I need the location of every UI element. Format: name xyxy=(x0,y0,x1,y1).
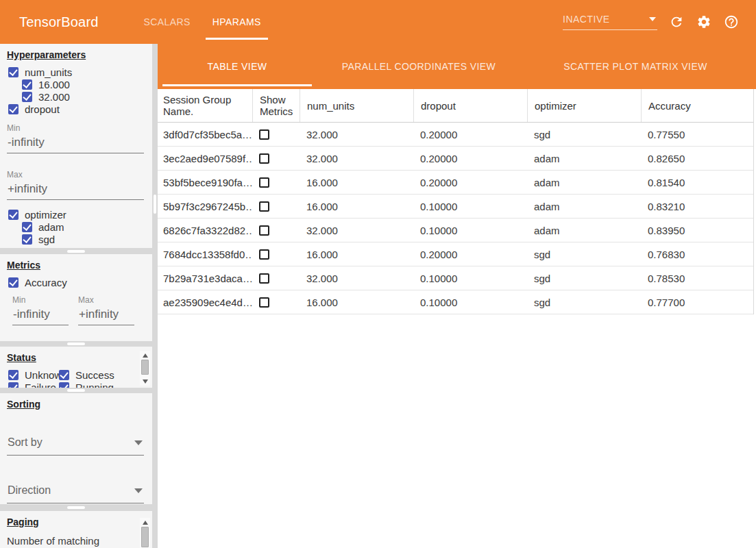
show-metrics-cell xyxy=(252,129,300,140)
dropout-checkbox[interactable] xyxy=(8,104,19,114)
panel-divider xyxy=(0,341,152,347)
value-16-checkbox[interactable] xyxy=(22,79,32,90)
table-row: 6826c7fa3322d82…32.0000.10000adam0.83950 xyxy=(158,219,753,242)
show-metrics-checkbox[interactable] xyxy=(259,153,269,164)
arrow-up-icon xyxy=(143,521,148,525)
show-metrics-cell xyxy=(252,177,300,188)
help-icon xyxy=(724,14,739,29)
status-item-failure: Failure xyxy=(0,381,59,388)
running-checkbox[interactable] xyxy=(59,382,69,388)
tab-scatter-plot-matrix-view[interactable]: SCATTER PLOT MATRIX VIEW xyxy=(526,44,745,89)
direction-select[interactable]: Direction xyxy=(7,482,144,503)
session-group-name-cell: 7684dcc13358fd0… xyxy=(158,249,252,260)
min-input[interactable]: -infinity xyxy=(7,133,144,153)
success-label: Success xyxy=(75,369,114,381)
optimizer-label: optimizer xyxy=(25,209,66,221)
adam-label: adam xyxy=(38,221,64,233)
paging-card: Paging Number of matching session groups… xyxy=(0,511,152,548)
table-row: 7b29a731e3daca…32.0000.10000sgd0.78530 xyxy=(158,266,753,290)
sgd-label: sgd xyxy=(38,234,55,245)
accuracy-checkbox[interactable] xyxy=(8,277,19,288)
resize-handle[interactable] xyxy=(67,389,85,392)
sgd-checkbox[interactable] xyxy=(22,234,32,245)
resize-handle[interactable] xyxy=(67,342,85,345)
status-scrollbar[interactable] xyxy=(140,351,150,386)
show-metrics-checkbox[interactable] xyxy=(259,177,269,188)
num-units-cell: 32.000 xyxy=(300,129,413,140)
show-metrics-cell xyxy=(252,249,300,260)
show-metrics-checkbox[interactable] xyxy=(259,129,269,140)
scroll-up-button[interactable] xyxy=(140,351,150,360)
show-metrics-checkbox[interactable] xyxy=(259,225,269,236)
top-app-bar: TensorBoard SCALARS HPARAMS INACTIVE xyxy=(0,0,756,44)
status-item-success: Success xyxy=(59,369,137,381)
optimizer-checkbox[interactable] xyxy=(8,210,19,220)
value-16-label: 16.000 xyxy=(38,79,70,90)
num-units-cell: 16.000 xyxy=(300,249,413,260)
paging-title: Paging xyxy=(0,516,152,527)
sorting-title: Sorting xyxy=(0,399,152,410)
tab-table-view[interactable]: TABLE VIEW xyxy=(162,44,312,89)
dropout-cell: 0.20000 xyxy=(413,129,527,140)
run-status-select[interactable]: INACTIVE xyxy=(563,14,657,30)
panel-divider xyxy=(0,388,152,393)
tab-hparams[interactable]: HPARAMS xyxy=(202,0,272,44)
resize-handle[interactable] xyxy=(67,506,85,509)
refresh-button[interactable] xyxy=(668,14,685,30)
show-metrics-checkbox[interactable] xyxy=(259,201,269,212)
show-metrics-cell xyxy=(252,225,300,236)
max-label: Max xyxy=(78,295,134,305)
accuracy-min-input[interactable]: -infinity xyxy=(12,305,69,325)
tab-table-view-label: TABLE VIEW xyxy=(208,61,267,72)
resize-handle[interactable] xyxy=(154,195,156,214)
metrics-card: Metrics Accuracy Min -infinity Max +infi… xyxy=(0,254,152,341)
show-metrics-checkbox[interactable] xyxy=(259,249,269,260)
optimizer-cell: adam xyxy=(527,201,641,212)
table-row: 3ec2aed9e07589f…32.0000.20000adam0.82650 xyxy=(158,147,753,171)
optimizer-cell: sgd xyxy=(527,249,641,260)
column-session-group-name: Session Group Name. xyxy=(158,89,252,122)
failure-checkbox[interactable] xyxy=(8,382,19,388)
table-row: 3df0d7cf35bec5a…32.0000.20000sgd0.77550 xyxy=(158,123,753,147)
value-32-checkbox[interactable] xyxy=(22,92,32,102)
paging-scrollbar[interactable] xyxy=(140,518,150,548)
unknown-checkbox[interactable] xyxy=(8,370,19,380)
sort-by-select[interactable]: Sort by xyxy=(7,434,144,456)
run-status-value: INACTIVE xyxy=(563,14,610,25)
tab-scatter-plot-matrix-view-label: SCATTER PLOT MATRIX VIEW xyxy=(563,61,707,72)
num-units-checkbox[interactable] xyxy=(8,67,19,77)
resize-handle[interactable] xyxy=(67,250,85,253)
status-card: Status Unknown Success Failure Running xyxy=(0,347,152,388)
settings-button[interactable] xyxy=(696,14,712,30)
success-checkbox[interactable] xyxy=(59,370,69,380)
accuracy-max-input[interactable]: +infinity xyxy=(78,305,134,325)
sidebar: Hyperparameters num_units 16.000 32.000 … xyxy=(0,44,152,548)
show-metrics-checkbox[interactable] xyxy=(259,273,269,284)
dropout-cell: 0.10000 xyxy=(413,273,527,284)
adam-checkbox[interactable] xyxy=(22,222,32,232)
tab-scalars[interactable]: SCALARS xyxy=(133,0,202,44)
max-input[interactable]: +infinity xyxy=(7,179,144,200)
scrollbar-thumb[interactable] xyxy=(141,527,149,547)
column-num-units: num_units xyxy=(300,89,413,122)
optimizer-cell: adam xyxy=(527,177,641,188)
session-group-name-cell: 3ec2aed9e07589f… xyxy=(158,153,252,164)
help-button[interactable] xyxy=(723,14,740,30)
status-item-running: Running xyxy=(59,381,137,388)
tab-parallel-coordinates-view[interactable]: PARALLEL COORDINATES VIEW xyxy=(312,44,526,89)
table-row: 5b97f3c2967245b…16.0000.10000adam0.83210 xyxy=(158,195,753,219)
panel-divider xyxy=(0,504,152,511)
hparam-item-sgd: sgd xyxy=(0,233,152,245)
optimizer-cell: sgd xyxy=(527,129,641,140)
num-units-cell: 16.000 xyxy=(300,297,413,308)
tab-parallel-coordinates-view-label: PARALLEL COORDINATES VIEW xyxy=(342,61,496,72)
scroll-up-button[interactable] xyxy=(140,518,150,527)
show-metrics-checkbox[interactable] xyxy=(259,297,269,308)
hparam-item-adam: adam xyxy=(0,221,152,233)
show-metrics-cell xyxy=(252,273,300,284)
scrollbar-thumb[interactable] xyxy=(141,360,149,375)
scroll-down-button[interactable] xyxy=(140,377,150,386)
accuracy-cell: 0.82650 xyxy=(641,153,753,164)
running-label: Running xyxy=(75,382,114,388)
show-metrics-cell xyxy=(252,201,300,212)
